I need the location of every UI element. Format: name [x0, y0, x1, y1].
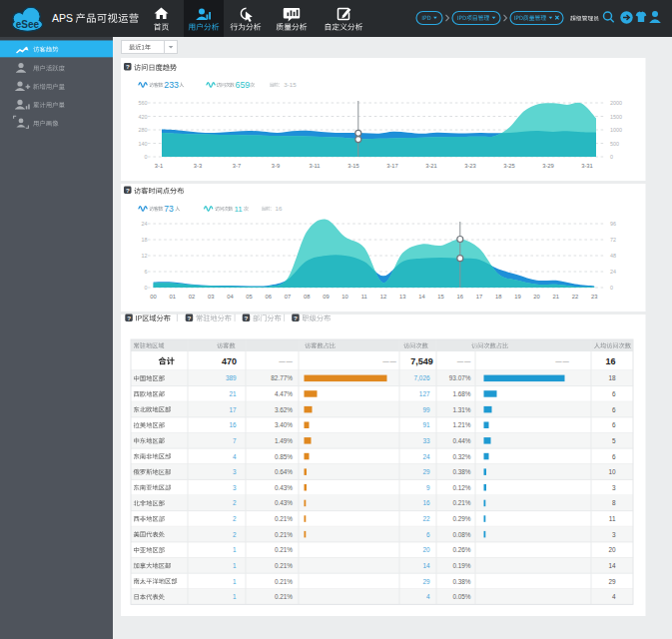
svg-text:233: 233 [164, 80, 179, 90]
svg-text:—: — [382, 357, 389, 364]
svg-text:0.43%: 0.43% [275, 499, 293, 506]
svg-text:05: 05 [246, 294, 252, 300]
svg-text:4: 4 [612, 593, 616, 600]
svg-text:1.21%: 1.21% [452, 421, 470, 428]
svg-text:0.43%: 0.43% [275, 484, 293, 491]
svg-text:0.64%: 0.64% [275, 468, 293, 475]
svg-text:17: 17 [229, 406, 237, 413]
svg-text:0: 0 [610, 154, 613, 160]
svg-text:01: 01 [170, 294, 176, 300]
svg-text:15: 15 [437, 294, 443, 300]
svg-text:5: 5 [612, 437, 616, 444]
svg-text:0.32%: 0.32% [452, 453, 470, 460]
svg-text:24: 24 [142, 221, 148, 227]
svg-text:560: 560 [139, 100, 148, 106]
svg-text:1500: 1500 [610, 114, 622, 120]
svg-text:2: 2 [233, 515, 237, 522]
svg-text:0.19%: 0.19% [452, 562, 470, 569]
svg-text:20: 20 [533, 294, 539, 300]
svg-text:3.40%: 3.40% [275, 421, 293, 428]
svg-text:16: 16 [422, 499, 430, 506]
svg-text:0: 0 [145, 285, 148, 291]
svg-text:280: 280 [139, 127, 148, 133]
svg-text:127: 127 [419, 390, 430, 397]
svg-text:24: 24 [610, 269, 616, 275]
svg-text:659: 659 [236, 80, 251, 90]
svg-text:4: 4 [233, 453, 237, 460]
svg-text:7,026: 7,026 [414, 374, 430, 381]
svg-text:3: 3 [612, 484, 616, 491]
svg-text:82.77%: 82.77% [271, 374, 293, 381]
svg-text:3-3: 3-3 [194, 163, 202, 169]
svg-text:11: 11 [361, 294, 367, 300]
svg-text:6: 6 [426, 531, 430, 538]
svg-text:3: 3 [612, 531, 616, 538]
svg-text:93.07%: 93.07% [449, 374, 471, 381]
svg-text:22: 22 [572, 294, 578, 300]
svg-text:48: 48 [610, 253, 616, 259]
svg-text:3-1: 3-1 [155, 163, 163, 169]
svg-text:?: ? [127, 315, 131, 321]
svg-text:3-11: 3-11 [309, 163, 320, 169]
svg-text:2: 2 [233, 499, 237, 506]
svg-text:22: 22 [422, 515, 430, 522]
svg-text:—: — [464, 357, 471, 364]
svg-text:0.21%: 0.21% [275, 593, 293, 600]
svg-text:18: 18 [495, 294, 501, 300]
svg-text:2000: 2000 [610, 100, 622, 106]
svg-text:20: 20 [422, 546, 430, 553]
svg-text:3-15: 3-15 [284, 81, 297, 88]
svg-text:—: — [555, 357, 562, 364]
svg-text:02: 02 [189, 294, 195, 300]
svg-text:12: 12 [142, 253, 148, 259]
svg-text:3-25: 3-25 [503, 163, 515, 169]
svg-text:0.08%: 0.08% [452, 531, 470, 538]
svg-text:1.49%: 1.49% [275, 437, 293, 444]
svg-text:04: 04 [227, 294, 234, 300]
svg-text:6: 6 [612, 453, 616, 460]
svg-text:7,549: 7,549 [410, 356, 433, 366]
svg-text:0.38%: 0.38% [452, 578, 470, 585]
svg-text:4.47%: 4.47% [275, 390, 293, 397]
svg-text:0.21%: 0.21% [275, 546, 293, 553]
svg-text:0.21%: 0.21% [275, 578, 293, 585]
svg-text:?: ? [126, 187, 130, 194]
svg-text:03: 03 [208, 294, 214, 300]
svg-text:?: ? [245, 315, 249, 321]
svg-text:0.21%: 0.21% [452, 499, 470, 506]
svg-text:—: — [563, 357, 570, 364]
svg-text:16: 16 [276, 205, 283, 212]
svg-text:140: 140 [139, 141, 148, 147]
svg-text:23: 23 [591, 294, 597, 300]
svg-text:3-29: 3-29 [542, 163, 554, 169]
svg-text:0.38%: 0.38% [452, 468, 470, 475]
svg-text:33: 33 [422, 437, 430, 444]
svg-text:500: 500 [610, 141, 619, 147]
svg-text:1: 1 [233, 578, 237, 585]
svg-text:17: 17 [476, 294, 482, 300]
svg-text:4: 4 [426, 593, 430, 600]
svg-text:6: 6 [612, 406, 616, 413]
svg-text:19: 19 [514, 294, 520, 300]
svg-text:13: 13 [399, 294, 405, 300]
svg-text:3.62%: 3.62% [275, 406, 293, 413]
svg-text:0.05%: 0.05% [452, 593, 470, 600]
svg-text:20: 20 [608, 546, 616, 553]
svg-text:11: 11 [609, 515, 616, 522]
svg-text:96: 96 [610, 221, 616, 227]
svg-text:0.29%: 0.29% [452, 515, 470, 522]
svg-text:3-15: 3-15 [347, 163, 359, 169]
svg-text:0.21%: 0.21% [275, 562, 293, 569]
svg-text:8: 8 [612, 499, 616, 506]
svg-text:72: 72 [610, 237, 616, 243]
svg-text:eSee: eSee [16, 19, 40, 30]
svg-text:99: 99 [422, 406, 430, 413]
svg-text:3-31: 3-31 [581, 163, 593, 169]
svg-text:14: 14 [608, 562, 616, 569]
svg-text:16: 16 [605, 356, 615, 366]
svg-text:?: ? [188, 315, 192, 321]
svg-text:16: 16 [229, 421, 237, 428]
svg-text:08: 08 [304, 294, 310, 300]
svg-text:14: 14 [422, 562, 430, 569]
svg-text:2: 2 [233, 531, 237, 538]
